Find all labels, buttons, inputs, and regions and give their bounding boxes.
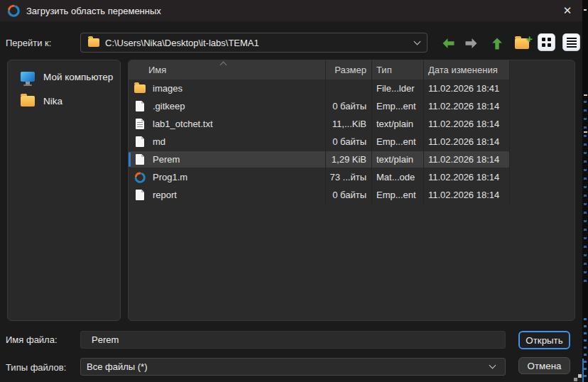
file-size: 1,29 KiB <box>326 151 372 168</box>
file-name: md <box>153 136 165 147</box>
file-type-icon <box>134 154 146 165</box>
up-button[interactable] <box>488 34 506 53</box>
scilab-logo-icon <box>7 4 20 17</box>
chevron-down-icon <box>489 362 496 369</box>
open-button[interactable]: Открыть <box>518 331 570 349</box>
table-row[interactable]: md 0 байты Emp...ent 11.02.2026 18:14 <box>129 133 575 151</box>
column-header-size[interactable]: Размер <box>326 60 372 80</box>
file-type: text/plain <box>372 115 424 133</box>
chevron-down-icon <box>414 38 421 45</box>
window-title: Загрузить область переменных <box>26 6 161 16</box>
file-type-icon <box>134 119 146 129</box>
list-view-button[interactable] <box>562 33 580 51</box>
filename-value: Perem <box>92 334 119 345</box>
column-header-type[interactable]: Тип <box>372 60 424 80</box>
file-name: report <box>153 190 177 200</box>
filename-label: Имя файла: <box>6 334 58 345</box>
places-sidebar: Мой компьютер Nika <box>7 60 121 321</box>
title-bar: Загрузить область переменных ✕ <box>0 0 582 21</box>
file-date: 11.02.2026 18:41 <box>424 80 510 97</box>
file-date: 11.02.2026 18:14 <box>424 186 510 204</box>
file-type: Emp...ent <box>372 97 424 115</box>
file-size: 73 ...йты <box>326 168 372 186</box>
close-icon[interactable]: ✕ <box>557 1 578 20</box>
file-type: Mat...ode <box>372 168 424 186</box>
computer-icon <box>21 72 35 82</box>
file-date: 11.02.2026 18:14 <box>424 97 510 115</box>
forward-arrow-icon <box>464 36 479 50</box>
file-size: 0 байты <box>326 186 372 204</box>
file-type-icon <box>134 136 146 147</box>
file-type-icon <box>134 101 146 111</box>
new-folder-icon: + <box>515 38 529 49</box>
column-header-filler <box>510 60 575 80</box>
file-date: 11.02.2026 18:14 <box>424 168 510 186</box>
filetype-value: Все файлы (*) <box>87 361 490 372</box>
up-arrow-icon <box>490 36 504 51</box>
sidebar-item-label: Nika <box>43 96 62 107</box>
back-arrow-icon <box>441 36 456 50</box>
folder-icon <box>88 38 99 47</box>
table-row[interactable]: Prog1.m 73 ...йты Mat...ode 11.02.2026 1… <box>129 168 575 186</box>
file-list-panel: Имя Размер Тип Дата изменения images <box>128 60 575 321</box>
file-date: 11.02.2026 18:14 <box>424 133 510 151</box>
current-path: C:\Users\Nika\Desktop\it-labs\TEMA1 <box>105 38 409 48</box>
sidebar-item-my-computer[interactable]: Мой компьютер <box>8 65 120 89</box>
table-row[interactable]: images File...lder 11.02.2026 18:41 <box>129 80 575 97</box>
background-window-strip <box>582 0 588 382</box>
file-size: 0 байты <box>326 97 372 115</box>
table-header: Имя Размер Тип Дата изменения <box>129 60 575 80</box>
file-size <box>326 80 372 97</box>
file-name: Perem <box>153 154 180 165</box>
file-date: 11.02.2026 18:14 <box>424 115 510 133</box>
file-name: .gitkeep <box>153 101 185 111</box>
file-type-icon <box>134 84 146 93</box>
goto-label: Перейти к: <box>6 38 51 48</box>
file-size: 11,...KiB <box>326 115 372 133</box>
table-row[interactable]: Perem 1,29 KiB text/plain 11.02.2026 18:… <box>129 151 575 168</box>
file-type: text/plain <box>372 151 424 168</box>
file-type-icon <box>134 190 146 200</box>
column-header-date[interactable]: Дата изменения <box>424 60 510 80</box>
list-view-icon <box>567 38 577 48</box>
file-date: 11.02.2026 18:14 <box>424 151 510 168</box>
forward-button[interactable] <box>462 34 480 53</box>
file-size: 0 байты <box>326 133 372 151</box>
table-row[interactable]: lab1_otchet.txt 11,...KiB text/plain 11.… <box>129 115 575 133</box>
table-row[interactable]: .gitkeep 0 байты Emp...ent 11.02.2026 18… <box>129 97 575 115</box>
file-name: images <box>153 83 183 94</box>
file-table-body: images File...lder 11.02.2026 18:41 .git… <box>129 80 575 204</box>
file-name: lab1_otchet.txt <box>153 119 213 129</box>
file-name: Prog1.m <box>153 172 187 182</box>
cancel-button[interactable]: Отмена <box>518 357 570 374</box>
file-type-icon <box>134 172 146 183</box>
file-type: File...lder <box>372 80 424 97</box>
grid-view-button[interactable] <box>538 33 555 51</box>
filetype-combobox[interactable]: Все файлы (*) <box>80 358 506 376</box>
sidebar-item-label: Мой компьютер <box>43 72 113 82</box>
path-combobox[interactable]: C:\Users\Nika\Desktop\it-labs\TEMA1 <box>80 33 428 53</box>
back-button[interactable] <box>439 34 457 53</box>
file-type: Emp...ent <box>372 186 424 204</box>
column-header-name[interactable]: Имя <box>129 60 326 80</box>
new-folder-button[interactable]: + <box>513 34 531 53</box>
file-type: Emp...ent <box>372 133 424 151</box>
filetype-label: Типы файлов: <box>6 362 66 373</box>
filename-input[interactable]: Perem <box>80 331 506 349</box>
grid-view-icon <box>542 38 545 41</box>
table-row[interactable]: report 0 байты Emp...ent 11.02.2026 18:1… <box>129 186 575 204</box>
folder-icon <box>21 96 35 107</box>
sidebar-item-nika[interactable]: Nika <box>8 89 120 113</box>
